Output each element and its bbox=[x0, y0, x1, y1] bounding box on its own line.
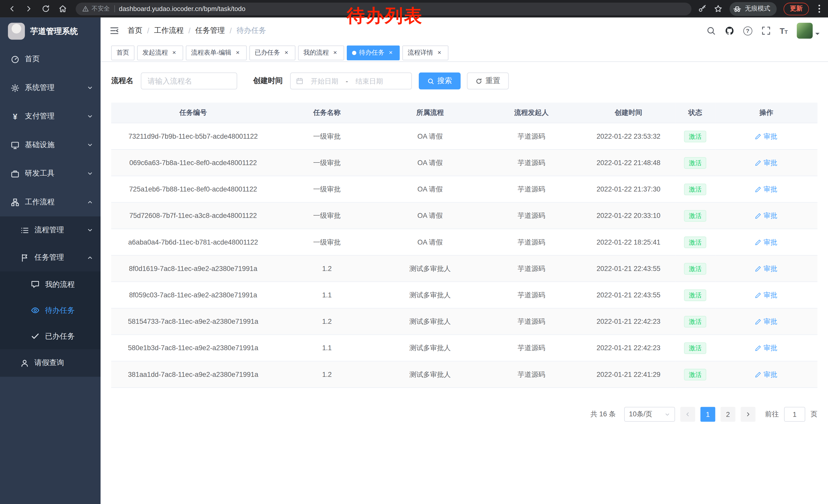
todo-task-table: 任务编号 任务名称 所属流程 流程发起人 创建时间 状态 操作 73211d9d… bbox=[111, 102, 817, 387]
reload-icon[interactable] bbox=[41, 4, 50, 13]
approve-button[interactable]: 审批 bbox=[755, 370, 778, 379]
back-icon[interactable] bbox=[7, 4, 16, 13]
breadcrumb-item[interactable]: 任务管理 bbox=[195, 26, 225, 35]
github-icon[interactable] bbox=[724, 26, 734, 35]
fullscreen-icon[interactable] bbox=[761, 26, 771, 35]
update-button[interactable]: 更新 bbox=[784, 2, 809, 15]
status-badge: 激活 bbox=[684, 342, 706, 354]
incognito-badge: 无痕模式 bbox=[730, 2, 777, 16]
cell-action: 审批 bbox=[715, 282, 818, 308]
dashboard-icon bbox=[10, 55, 19, 64]
sidebar-item-devtools[interactable]: 研发工具 bbox=[0, 159, 100, 188]
goto-page-input[interactable] bbox=[784, 407, 805, 422]
cell-status: 激活 bbox=[675, 255, 715, 282]
sidebar-item-infrastructure[interactable]: 基础设施 bbox=[0, 131, 100, 159]
tab-start-process[interactable]: 发起流程 × bbox=[137, 45, 183, 60]
approve-button[interactable]: 审批 bbox=[755, 264, 778, 273]
security-chip[interactable]: 不安全 bbox=[82, 5, 110, 13]
cell-task-name: 一级审批 bbox=[275, 123, 379, 149]
breadcrumb-separator: / bbox=[189, 27, 191, 35]
tab-todo-tasks[interactable]: 待办任务 × bbox=[347, 45, 400, 60]
cell-initiator: 芋道源码 bbox=[481, 282, 581, 308]
forward-icon[interactable] bbox=[25, 4, 33, 13]
help-icon[interactable]: ? bbox=[743, 26, 752, 35]
approve-button[interactable]: 审批 bbox=[755, 158, 778, 168]
sidebar-item-done-tasks[interactable]: 已办任务 bbox=[0, 323, 100, 349]
search-button[interactable]: 搜索 bbox=[419, 73, 461, 89]
sidebar-item-label: 已办任务 bbox=[45, 331, 93, 341]
app-logo[interactable]: 芋道管理系统 bbox=[0, 17, 100, 45]
tab-form-edit[interactable]: 流程表单-编辑 × bbox=[186, 45, 247, 60]
sidebar-item-task-management[interactable]: 任务管理 bbox=[0, 244, 100, 272]
next-page-button[interactable] bbox=[741, 407, 756, 422]
breadcrumb-item[interactable]: 工作流程 bbox=[154, 26, 184, 35]
page-button-2[interactable]: 2 bbox=[720, 407, 735, 422]
cell-action: 审批 bbox=[715, 334, 818, 361]
status-badge: 激活 bbox=[684, 157, 706, 169]
key-icon[interactable] bbox=[698, 4, 707, 13]
cell-process: OA 请假 bbox=[379, 123, 481, 149]
approve-button[interactable]: 审批 bbox=[755, 317, 778, 326]
approve-button[interactable]: 审批 bbox=[755, 184, 778, 194]
caret-down-icon bbox=[816, 33, 820, 37]
edit-icon bbox=[755, 133, 761, 139]
cell-initiator: 芋道源码 bbox=[481, 123, 581, 149]
sidebar-item-payment[interactable]: ¥ 支付管理 bbox=[0, 102, 100, 131]
bookmark-star-icon[interactable] bbox=[714, 4, 722, 13]
sidebar-item-system[interactable]: 系统管理 bbox=[0, 74, 100, 102]
monitor-icon bbox=[10, 140, 19, 149]
reset-button[interactable]: 重置 bbox=[467, 73, 509, 89]
process-name-input[interactable] bbox=[141, 73, 237, 89]
font-size-icon[interactable]: TT bbox=[780, 27, 788, 35]
close-icon[interactable]: × bbox=[331, 49, 339, 56]
close-icon[interactable]: × bbox=[234, 49, 241, 56]
cell-task-name: 1.2 bbox=[275, 361, 379, 387]
cell-task-id: 75d72608-7b7f-11ec-a3c8-acde48001122 bbox=[111, 202, 275, 229]
tab-my-process[interactable]: 我的流程 × bbox=[298, 45, 344, 60]
start-date-input[interactable] bbox=[305, 77, 344, 85]
status-badge: 激活 bbox=[684, 263, 706, 274]
prev-page-button[interactable] bbox=[680, 407, 695, 422]
refresh-icon bbox=[475, 78, 482, 84]
task-submenu: 我的流程 待办任务 已办任务 bbox=[0, 272, 100, 349]
person-icon bbox=[20, 358, 29, 367]
sidebar-item-process-management[interactable]: 流程管理 bbox=[0, 216, 100, 244]
sidebar-item-leave-query[interactable]: 请假查询 bbox=[0, 349, 100, 377]
tab-process-detail[interactable]: 流程详情 × bbox=[403, 45, 449, 60]
page-size-select[interactable]: 10条/页 bbox=[624, 407, 675, 422]
search-icon[interactable] bbox=[706, 26, 716, 35]
approve-button[interactable]: 审批 bbox=[755, 237, 778, 247]
tab-home[interactable]: 首页 bbox=[111, 45, 134, 60]
close-icon[interactable]: × bbox=[387, 49, 395, 56]
close-icon[interactable]: × bbox=[171, 49, 178, 56]
sidebar-item-label: 首页 bbox=[25, 55, 93, 64]
cell-status: 激活 bbox=[675, 229, 715, 255]
page-button-1[interactable]: 1 bbox=[701, 407, 715, 422]
date-range-picker[interactable]: - bbox=[290, 73, 412, 89]
breadcrumb-item[interactable]: 首页 bbox=[127, 26, 142, 35]
hamburger-icon[interactable] bbox=[109, 26, 120, 36]
close-icon[interactable]: × bbox=[436, 49, 443, 56]
user-menu[interactable] bbox=[797, 23, 820, 39]
end-date-input[interactable] bbox=[350, 77, 388, 85]
sidebar-item-my-process[interactable]: 我的流程 bbox=[0, 272, 100, 297]
edit-icon bbox=[755, 239, 761, 245]
workflow-submenu: 流程管理 任务管理 我的流程 bbox=[0, 216, 100, 377]
approve-button[interactable]: 审批 bbox=[755, 132, 778, 141]
tab-label: 已办任务 bbox=[255, 48, 280, 57]
cell-created: 2022-01-22 18:25:41 bbox=[581, 229, 675, 255]
screen: 不安全 dashboard.yudao.iocoder.cn/bpm/task/… bbox=[0, 0, 828, 504]
sidebar-item-workflow[interactable]: 工作流程 bbox=[0, 188, 100, 216]
approve-button[interactable]: 审批 bbox=[755, 211, 778, 221]
cell-task-id: 58154733-7ac8-11ec-a9e2-a2380e71991a bbox=[111, 308, 275, 334]
more-menu-icon[interactable] bbox=[819, 8, 820, 9]
approve-button[interactable]: 审批 bbox=[755, 290, 778, 300]
sidebar-item-home[interactable]: 首页 bbox=[0, 45, 100, 73]
address-bar[interactable]: 不安全 dashboard.yudao.iocoder.cn/bpm/task/… bbox=[76, 2, 691, 15]
approve-button[interactable]: 审批 bbox=[755, 343, 778, 353]
close-icon[interactable]: × bbox=[283, 49, 290, 56]
sidebar-item-todo-tasks[interactable]: 待办任务 bbox=[0, 297, 100, 323]
url-text: dashboard.yudao.iocoder.cn/bpm/task/todo bbox=[119, 5, 245, 12]
tab-done-tasks[interactable]: 已办任务 × bbox=[249, 45, 295, 60]
home-icon[interactable] bbox=[58, 4, 67, 13]
